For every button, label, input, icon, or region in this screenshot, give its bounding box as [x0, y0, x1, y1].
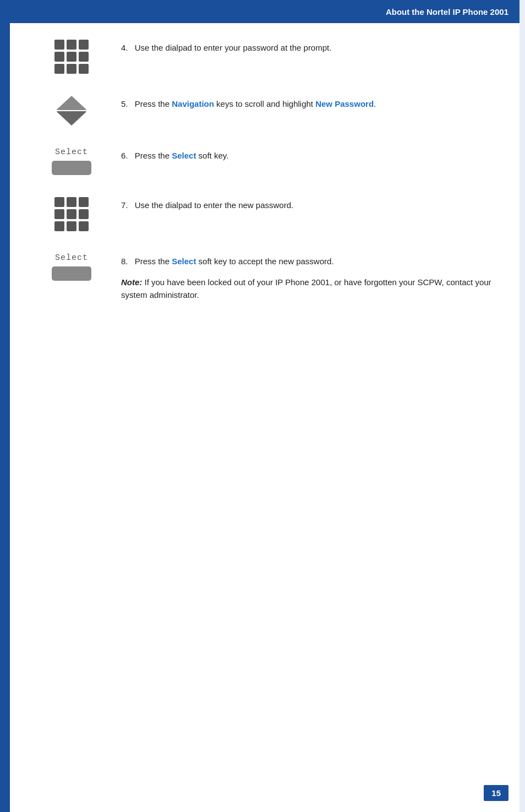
nav-down-arrow — [56, 111, 87, 126]
dialpad-key — [54, 52, 64, 62]
dialpad-key — [79, 197, 89, 207]
dialpad-key — [79, 221, 89, 231]
navigation-icon — [56, 96, 87, 126]
note-label: Note: — [121, 277, 142, 287]
select-icon-1: Select — [52, 148, 91, 175]
step-text-7: Use the dialpad to enter the new passwor… — [135, 200, 294, 210]
icon-area-step7 — [33, 197, 110, 231]
dialpad-key — [67, 52, 76, 62]
step-text-8: Press the Select soft key to accept the … — [135, 257, 334, 266]
step-number-4: 4. — [121, 43, 128, 52]
select-label-2: Select — [55, 253, 88, 263]
dialpad-key — [54, 209, 64, 219]
step-text-6: Press the Select soft key. — [135, 151, 229, 160]
step-text-5: Press the Navigation keys to scroll and … — [135, 99, 376, 108]
dialpad-key — [79, 64, 89, 74]
note-text: If you have been locked out of your IP P… — [121, 277, 491, 299]
dialpad-key — [79, 52, 89, 62]
dialpad-key — [79, 209, 89, 219]
page-number: 15 — [484, 785, 508, 801]
main-content: 4. Use the dialpad to enter your passwor… — [0, 23, 525, 356]
text-area-step7: 7. Use the dialpad to enter the new pass… — [121, 197, 503, 212]
dialpad-key — [67, 209, 76, 219]
left-accent-bar — [0, 0, 10, 812]
select-button-visual-2 — [52, 266, 91, 281]
select-icon-2: Select — [52, 253, 91, 281]
instruction-row-step4: 4. Use the dialpad to enter your passwor… — [33, 40, 503, 74]
dialpad-key — [67, 221, 76, 231]
dialpad-key — [67, 40, 76, 50]
dialpad-icon-2 — [54, 197, 89, 231]
icon-area-step4 — [33, 40, 110, 74]
right-accent-bar — [519, 0, 525, 812]
dialpad-key — [54, 40, 64, 50]
text-area-step6: 6. Press the Select soft key. — [121, 148, 503, 162]
step-text-4: Use the dialpad to enter your password a… — [135, 43, 332, 52]
dialpad-key — [79, 40, 89, 50]
icon-area-step8: Select — [33, 253, 110, 281]
header-bar: About the Nortel IP Phone 2001 — [0, 0, 525, 23]
text-area-step4: 4. Use the dialpad to enter your passwor… — [121, 40, 503, 55]
instruction-row-step7: 7. Use the dialpad to enter the new pass… — [33, 197, 503, 231]
step-number-8: 8. — [121, 257, 128, 266]
step-number-7: 7. — [121, 200, 128, 210]
text-area-step8: 8. Press the Select soft key to accept t… — [121, 253, 503, 301]
dialpad-key — [67, 197, 76, 207]
dialpad-icon-1 — [54, 40, 89, 74]
header-title: About the Nortel IP Phone 2001 — [386, 7, 508, 17]
instruction-row-step8: Select 8. Press the Select soft key to a… — [33, 253, 503, 301]
note-block: Note: If you have been locked out of you… — [121, 276, 503, 302]
instruction-row-step5: 5. Press the Navigation keys to scroll a… — [33, 96, 503, 126]
dialpad-key — [67, 64, 76, 74]
dialpad-key — [54, 64, 64, 74]
select-button-visual-1 — [52, 161, 91, 175]
text-area-step5: 5. Press the Navigation keys to scroll a… — [121, 96, 503, 111]
icon-area-step6: Select — [33, 148, 110, 175]
step-number-5: 5. — [121, 99, 128, 108]
highlight-select-2: Select — [172, 257, 196, 266]
highlight-navigation: Navigation — [172, 99, 214, 108]
instruction-row-step6: Select 6. Press the Select soft key. — [33, 148, 503, 175]
highlight-new-password: New Password — [315, 99, 374, 108]
icon-area-step5 — [33, 96, 110, 126]
nav-up-arrow — [56, 96, 87, 110]
highlight-select-1: Select — [172, 151, 196, 160]
dialpad-key — [54, 221, 64, 231]
step-number-6: 6. — [121, 151, 128, 160]
select-label-1: Select — [55, 148, 88, 157]
dialpad-key — [54, 197, 64, 207]
